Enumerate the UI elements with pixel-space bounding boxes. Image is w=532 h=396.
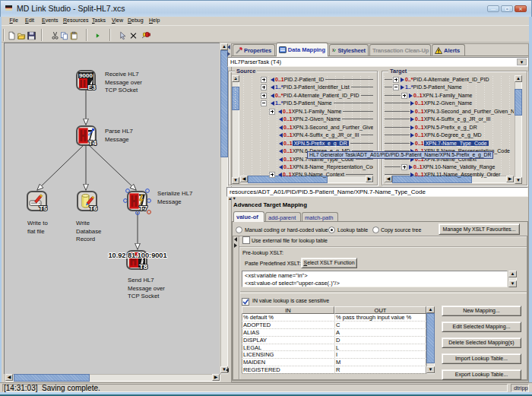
svg-text:T6: T6	[89, 204, 97, 212]
svg-text:E3: E3	[88, 84, 97, 91]
svg-text:10.92.81.100:9001: 10.92.81.100:9001	[108, 252, 166, 259]
svg-text:T7: T7	[139, 204, 147, 212]
svg-text:T5: T5	[39, 204, 47, 212]
svg-text:T4: T4	[88, 138, 97, 147]
svg-text:9000: 9000	[79, 72, 93, 79]
svg-text:T8: T8	[139, 262, 147, 271]
